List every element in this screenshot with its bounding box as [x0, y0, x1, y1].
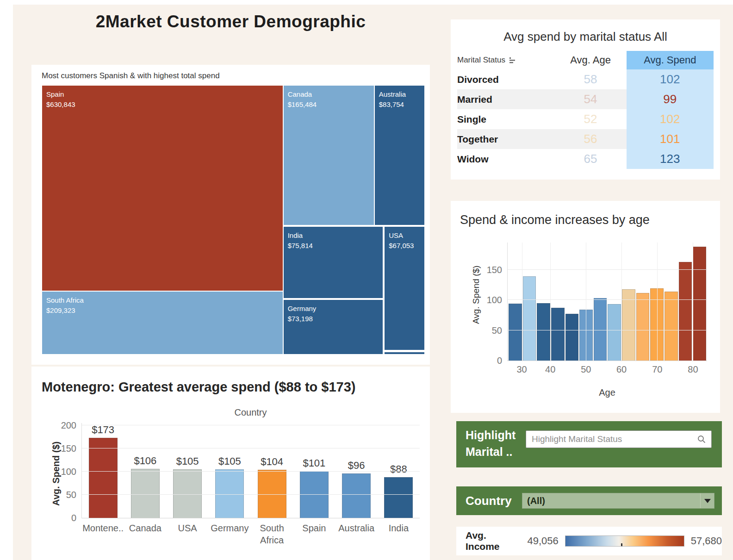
country-bar-usa[interactable] — [173, 469, 202, 518]
marital-table-title: Avg spend by marital status All — [451, 30, 720, 44]
gridline — [508, 330, 707, 330]
country-bar-slot: $106 — [124, 423, 166, 518]
marital-table-body: Divorced58102Married5499Single52102Toget… — [457, 69, 714, 169]
country-filter-label: Country — [466, 494, 512, 508]
country-bar-canada[interactable] — [131, 469, 160, 518]
treemap-node-value: $73,198 — [284, 314, 383, 324]
table-row-divorced[interactable]: Divorced58102 — [457, 69, 714, 89]
country-bar-germany[interactable] — [215, 469, 244, 518]
x-category-label: Montene.. — [82, 518, 124, 546]
treemap-node-label: India — [284, 227, 383, 241]
column-header-marital-status[interactable]: Marital Status — [457, 56, 555, 65]
y-tick-label: 100 — [49, 467, 76, 477]
table-row-together[interactable]: Together56101 — [457, 129, 714, 149]
table-row-married[interactable]: Married5499 — [457, 89, 714, 109]
avg-age-cell: 56 — [555, 129, 627, 149]
y-tick-label: 150 — [474, 265, 502, 275]
marital-table-header: Marital Status Avg. Age Avg. Spend — [457, 51, 714, 69]
country-bar-slot: $105 — [209, 423, 251, 518]
dropdown-arrow-button[interactable] — [700, 493, 714, 508]
y-tick-label: 50 — [474, 325, 502, 336]
y-tick-label: 50 — [49, 490, 76, 500]
gridline-vertical — [586, 243, 586, 361]
table-row-widow[interactable]: Widow65123 — [457, 149, 714, 169]
gridline-vertical — [621, 243, 622, 361]
age-bar-12[interactable] — [679, 262, 692, 361]
age-bar-11[interactable] — [665, 292, 678, 361]
treemap-node-australia[interactable]: Australia$83,754 — [374, 85, 425, 225]
avg-spend-cell: 123 — [627, 149, 714, 169]
treemap-node-label: Germany — [284, 300, 383, 314]
income-legend-min: 49,056 — [527, 535, 558, 547]
age-bar-3[interactable] — [551, 308, 565, 361]
marital-status-cell: Single — [457, 109, 555, 129]
column-header-label: Marital Status — [457, 56, 505, 65]
country-chart-plot: $173$106$105$105$104$101$96$88 Montene..… — [81, 423, 420, 518]
x-tick-label: 30 — [516, 364, 527, 375]
country-dropdown[interactable]: (All) — [522, 493, 714, 509]
gridline — [82, 425, 420, 425]
country-chart-title: Motenegro: Greatest average spend ($88 t… — [42, 380, 356, 395]
country-bar-australia[interactable] — [342, 473, 371, 518]
treemap-node-value: $165,484 — [284, 100, 374, 110]
country-bar-india[interactable] — [384, 477, 413, 518]
age-bar-9[interactable] — [636, 293, 650, 361]
x-tick-label: 60 — [616, 364, 627, 375]
country-bar-slot: $96 — [335, 423, 378, 518]
treemap-node-germany[interactable]: Germany$73,198 — [283, 299, 383, 355]
bar-value-label: $96 — [348, 460, 365, 472]
page-title: 2Market Customer Demographic — [31, 12, 430, 31]
age-bar-0[interactable] — [509, 304, 522, 361]
column-header-avg-age[interactable]: Avg. Age — [555, 54, 627, 66]
treemap-node-india[interactable]: India$75,814 — [283, 226, 383, 299]
age-bar-7[interactable] — [608, 304, 621, 361]
gridline-vertical — [550, 243, 551, 361]
avg-age-cell: 52 — [555, 109, 627, 129]
sort-icon[interactable] — [509, 57, 516, 63]
marital-status-cell: Widow — [457, 149, 555, 169]
treemap-node-spain[interactable]: Spain$630,843 — [42, 85, 283, 291]
treemap-node-value: $630,843 — [42, 100, 283, 110]
treemap-node-south-africa[interactable]: South Africa$209,323 — [42, 291, 283, 355]
bar-value-label: $88 — [390, 463, 407, 475]
bar-value-label: $101 — [303, 457, 325, 469]
age-bar-2[interactable] — [537, 303, 550, 361]
avg-spend-cell: 101 — [627, 129, 714, 149]
treemap-node-small[interactable] — [384, 352, 425, 355]
x-category-label: South Africa — [251, 518, 293, 546]
country-chart-x-labels: Montene..CanadaUSAGermanySouth AfricaSpa… — [82, 518, 420, 546]
age-bar-1[interactable] — [523, 276, 536, 361]
x-category-label: India — [378, 518, 420, 546]
avg-age-cell: 58 — [555, 69, 627, 89]
country-bar-slot: $105 — [167, 423, 209, 518]
country-bar-southafrica[interactable] — [258, 470, 286, 518]
search-icon[interactable] — [697, 435, 706, 444]
gridline-vertical — [522, 243, 522, 361]
country-bar-slot: $173 — [82, 423, 124, 518]
age-chart-card: Spend & income increases by age Avg. Spe… — [451, 201, 720, 413]
avg-age-cell: 65 — [555, 149, 627, 169]
highlight-marital-status-input[interactable] — [526, 430, 712, 448]
income-legend-row: Avg. Income 49,056 57,680 — [456, 527, 722, 555]
treemap-node-usa[interactable]: USA$67,053 — [384, 226, 425, 350]
avg-age-cell: 54 — [555, 89, 627, 109]
column-header-avg-spend[interactable]: Avg. Spend — [627, 51, 714, 69]
treemap-node-label: South Africa — [42, 292, 283, 305]
marital-table: Marital Status Avg. Age Avg. Spend Divor… — [457, 51, 714, 169]
country-chart-x-axis-title: Country — [81, 407, 420, 418]
x-category-label: Germany — [209, 518, 251, 546]
country-bar-montene[interactable] — [89, 438, 118, 518]
treemap-node-label: Canada — [284, 86, 374, 100]
treemap-node-canada[interactable]: Canada$165,484 — [283, 85, 374, 225]
country-bar-slot: $101 — [293, 423, 335, 518]
income-gradient-bar[interactable] — [565, 535, 684, 547]
age-bar-13[interactable] — [693, 247, 706, 361]
dashboard: 2Market Customer Demographic Most custom… — [13, 5, 733, 560]
marital-status-cell: Divorced — [457, 69, 555, 89]
treemap-node-value: $209,323 — [42, 305, 283, 316]
avg-spend-cell: 102 — [627, 109, 714, 129]
age-bar-4[interactable] — [565, 314, 579, 361]
x-category-label: Australia — [335, 518, 378, 546]
table-row-single[interactable]: Single52102 — [457, 109, 714, 129]
y-tick-label: 0 — [49, 513, 76, 523]
